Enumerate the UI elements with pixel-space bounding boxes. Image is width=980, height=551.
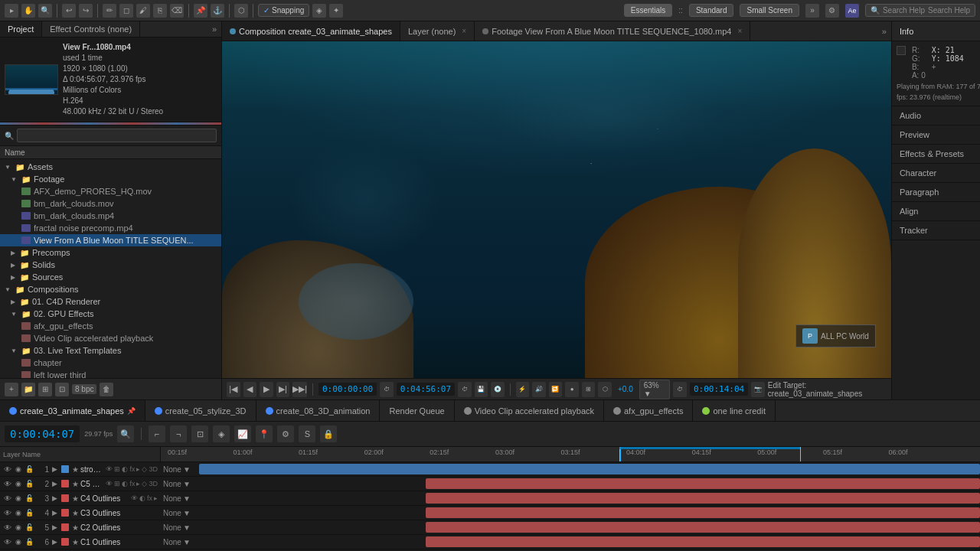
paragraph-section[interactable]: Paragraph [892,183,980,202]
last-frame-btn[interactable]: ▶▶| [292,382,307,397]
lock-6[interactable]: 🔓 [24,538,34,546]
dependency-icon[interactable]: ⊡ [55,383,69,396]
viewer-tabs-expand[interactable]: » [877,27,891,36]
project-search-input[interactable] [17,129,217,142]
solo-4[interactable]: ◉ [14,509,23,517]
new-item-icon[interactable]: + [5,383,18,396]
effects-presets-section[interactable]: Effects & Presets [892,145,980,164]
layer-row-1[interactable]: 👁 ◉ 🔓 1 ▶ ★ strokes Outlines 👁 ⊞ ◐ fx ▸ … [0,462,980,477]
motion-sketch-icon[interactable]: ✦ [329,4,343,18]
brush-tool-icon[interactable]: 🖌 [136,4,150,18]
parent-2[interactable]: None ▼ [161,480,199,488]
solo-2[interactable]: ◉ [14,480,23,487]
sources-folder[interactable]: ▶ 📁 Sources [0,271,221,283]
tl-lock-all-btn[interactable]: 🔒 [320,425,337,442]
prev-frame-btn[interactable]: ◀ [243,382,257,397]
qual-3[interactable]: ◐ [139,494,145,502]
folder-icon-btn[interactable]: 📁 [21,383,35,396]
snapping-checkbox[interactable]: ✓ [263,6,270,15]
bottom-tab-create08[interactable]: create_08_3D_animation [256,400,381,421]
workspace-essentials[interactable]: Essentials [624,4,673,17]
lower-third-file[interactable]: left lower third [0,369,221,378]
eye-5[interactable]: 👁 [3,523,12,532]
layer-row-4[interactable]: 👁 ◉ 🔓 4 ▶ ★ C3 Outlines None ▼ [0,506,980,520]
time-input-btn[interactable]: ⏱ [673,382,687,397]
layer-row-2[interactable]: 👁 ◉ 🔓 2 ▶ ★ C5 Outlines 👁 ⊞ ◐ fx ▸ ◇ 3D [0,477,980,491]
motion-1[interactable]: ▸ [136,465,140,473]
live-text-folder[interactable]: ▼ 📁 03. Live Text Templates [0,344,221,357]
workspace-settings-icon[interactable]: ⚙ [825,4,839,18]
c4d-folder[interactable]: ▶ 📁 01. C4D Renderer [0,295,221,308]
solo-6[interactable]: ◉ [14,538,23,546]
cache-ram-icon[interactable]: 💾 [475,382,488,397]
expand-2[interactable]: ▶ [51,480,58,487]
preview-section[interactable]: Preview [892,126,980,145]
bottom-tab-render[interactable]: Render Queue [380,400,454,421]
play-btn[interactable]: ▶ [260,382,273,397]
character-section[interactable]: Character [892,164,980,183]
duration-btn[interactable]: ⏱ [458,382,472,397]
solo-5[interactable]: ◉ [14,523,23,531]
fx-2[interactable]: fx [129,480,135,487]
eye-3[interactable]: 👁 [3,494,12,503]
solo-3[interactable]: ◉ [14,494,23,502]
workspace-small-screen[interactable]: Small Screen [740,4,799,17]
tl-solo-btn[interactable]: S [299,425,315,442]
solids-folder[interactable]: ▶ 📁 Solids [0,259,221,271]
snapshot-btn[interactable]: 📷 [751,382,765,397]
workspace-more-icon[interactable]: » [805,4,819,18]
grid-btn[interactable]: ⊞ [582,382,596,397]
eraser-tool-icon[interactable]: ⌫ [170,4,184,18]
fast-preview-btn[interactable]: ⚡ [516,382,530,397]
file-bm-clouds-mov[interactable]: bm_dark_clouds.mov [0,197,221,210]
tl-set-outpoint-btn[interactable]: ¬ [170,425,187,442]
tl-keyframe-btn[interactable]: ◈ [213,425,230,442]
tl-search-btn[interactable]: 🔍 [117,425,134,442]
tl-set-inpoint-btn[interactable]: ⌐ [149,425,165,442]
next-frame-btn[interactable]: ▶| [276,382,290,397]
layer-row-6[interactable]: 👁 ◉ 🔓 6 ▶ ★ C1 Outlines None ▼ [0,535,980,549]
shy-3[interactable]: 👁 [131,494,138,502]
footage-tab-close[interactable]: × [737,27,742,35]
expand-5[interactable]: ▶ [51,523,58,531]
file-afx[interactable]: AFX_demo_PRORES_HQ.mov [0,185,221,197]
shy-2[interactable]: 👁 [106,480,113,487]
solo-1[interactable]: ◉ [14,465,23,473]
viewer-tab-comp[interactable]: Composition create_03_animate_shapes [222,21,400,41]
afx-gpu-file[interactable]: afx_gpu_effects [0,320,221,332]
redo-icon[interactable]: ↪ [79,4,93,18]
motion-3[interactable]: ▸ [154,494,158,502]
anchor-tool-icon[interactable]: ⚓ [211,4,224,18]
current-time-display[interactable]: 0:00:00:00 [318,383,377,396]
video-clip-file[interactable]: Video Clip accelerated playback [0,332,221,344]
shape-tool-icon[interactable]: ◻ [119,4,133,18]
parent-3[interactable]: None ▼ [161,494,199,503]
info-tab[interactable]: Info [892,24,921,39]
gpu-folder[interactable]: ▼ 📁 02. GPU Effects [0,308,221,320]
shy-1[interactable]: 👁 [106,465,113,473]
qual-1[interactable]: ◐ [122,465,128,473]
snap-options-icon[interactable]: ◈ [312,4,326,18]
lock-3[interactable]: 🔓 [24,494,34,502]
select-tool-icon[interactable]: ▸ [5,4,18,18]
zoom-level[interactable]: 63% ▼ [639,380,671,399]
footage-folder[interactable]: ▼ 📁 Footage [0,173,221,185]
parent-1[interactable]: None ▼ [161,465,199,474]
mask-btn[interactable]: ⬡ [598,382,612,397]
collapse-2[interactable]: ⊞ [114,480,120,487]
pen-tool-icon[interactable]: ✏ [103,4,116,18]
workspace-standard[interactable]: Standard [689,4,734,17]
chapter-file[interactable]: chapter [0,357,221,369]
expand-4[interactable]: ▶ [51,509,58,517]
lock-1[interactable]: 🔓 [24,465,34,473]
panel-expand-icon[interactable]: » [207,21,221,37]
eye-2[interactable]: 👁 [3,480,12,488]
tracker-section[interactable]: Tracker [892,221,980,240]
eye-6[interactable]: 👁 [3,538,12,546]
tl-workarea-btn[interactable]: ⊡ [191,425,208,442]
flowchart-icon[interactable]: ⊞ [38,383,52,396]
eye-1[interactable]: 👁 [3,465,12,474]
parent-5[interactable]: None ▼ [161,523,199,532]
layer-row-5[interactable]: 👁 ◉ 🔓 5 ▶ ★ C2 Outlines None ▼ [0,520,980,535]
bottom-tab-create05[interactable]: create_05_stylize_3D [145,400,256,421]
